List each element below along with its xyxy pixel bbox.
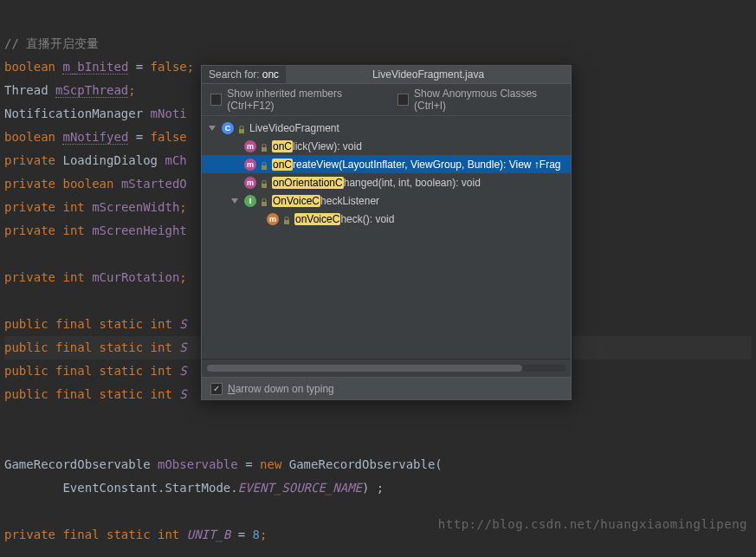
tree-item[interactable]: onVoiceCheck(): void xyxy=(202,210,571,228)
checkbox-box-icon: ✓ xyxy=(210,383,223,395)
lock-icon xyxy=(261,197,268,204)
class-icon xyxy=(222,122,234,134)
comment-line: // 直播开启变量 xyxy=(4,36,99,50)
tree-item-label: onCreateView(LayoutInflater, ViewGroup, … xyxy=(272,159,561,171)
structure-tree[interactable]: LiveVideoFragmentonClick(View): voidonCr… xyxy=(202,116,571,359)
show-inherited-checkbox[interactable]: Show inherited members (Ctrl+F12) xyxy=(210,87,382,112)
method-icon xyxy=(244,140,256,152)
structure-popup: Search for:onc LiveVideoFragment.java Sh… xyxy=(201,65,572,400)
scrollbar-thumb[interactable] xyxy=(207,365,522,372)
lock-icon xyxy=(238,124,245,132)
lock-icon xyxy=(261,142,268,150)
lock-icon xyxy=(261,160,268,168)
popup-footer: ✓ Narrow down on typing xyxy=(202,377,571,399)
svg-rect-3 xyxy=(262,184,267,188)
checkbox-box-icon xyxy=(397,94,409,106)
popup-header: Search for:onc LiveVideoFragment.java xyxy=(202,66,571,84)
horizontal-scrollbar[interactable] xyxy=(202,359,571,377)
tree-item-label: onClick(View): void xyxy=(272,140,362,152)
lock-icon xyxy=(261,178,268,186)
method-impl-icon xyxy=(267,213,279,225)
expand-arrow-icon xyxy=(231,198,238,204)
show-anonymous-checkbox[interactable]: Show Anonymous Classes (Ctrl+I) xyxy=(397,87,562,112)
svg-rect-4 xyxy=(262,202,267,206)
tree-item[interactable]: OnVoiceCheckListener xyxy=(202,191,571,210)
tree-item[interactable]: onClick(View): void xyxy=(202,137,571,155)
svg-rect-1 xyxy=(262,147,267,152)
tree-item-label: onVoiceCheck(): void xyxy=(294,213,394,225)
search-for-label: Search for:onc xyxy=(202,66,286,83)
method-icon xyxy=(244,159,256,171)
method-icon xyxy=(244,177,256,189)
interface-icon xyxy=(244,195,256,207)
tree-item-label: onOrientationChanged(int, int, boolean):… xyxy=(272,177,481,189)
popup-file-title: LiveVideoFragment.java xyxy=(286,66,571,83)
options-row: Show inherited members (Ctrl+F12) Show A… xyxy=(202,84,571,116)
tree-item[interactable]: LiveVideoFragment xyxy=(202,119,571,137)
lock-icon xyxy=(283,215,290,223)
watermark-text: http://blog.csdn.net/huangxiaominglipeng xyxy=(438,517,747,531)
checkbox-box-icon xyxy=(210,94,222,106)
svg-rect-2 xyxy=(262,165,267,170)
narrow-down-checkbox[interactable]: ✓ Narrow down on typing xyxy=(210,383,334,395)
svg-rect-0 xyxy=(239,129,244,133)
tree-item[interactable]: onOrientationChanged(int, int, boolean):… xyxy=(202,173,571,191)
expand-arrow-icon xyxy=(209,126,216,131)
tree-item-label: LiveVideoFragment xyxy=(249,122,339,134)
tree-item[interactable]: onCreateView(LayoutInflater, ViewGroup, … xyxy=(202,155,571,173)
search-term: onc xyxy=(260,68,279,81)
svg-rect-5 xyxy=(284,220,289,224)
tree-item-label: OnVoiceCheckListener xyxy=(272,195,379,207)
